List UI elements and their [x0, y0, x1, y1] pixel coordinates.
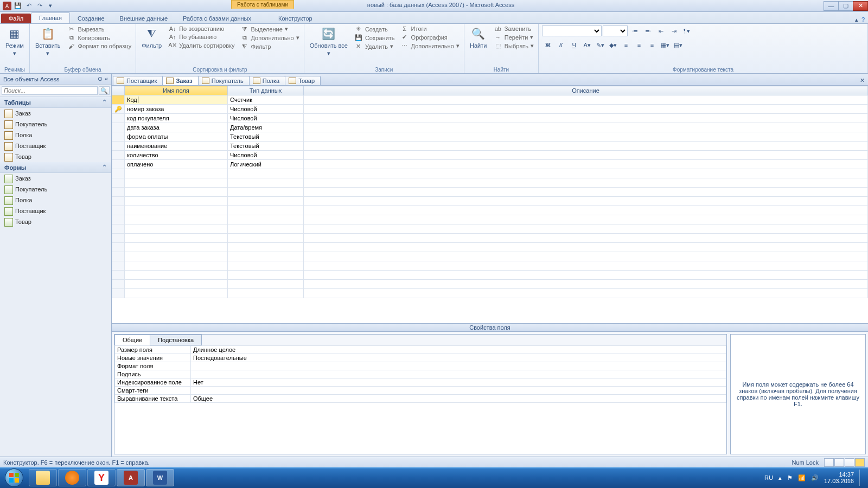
navpane-dropdown-icon[interactable]: ⊙	[98, 75, 103, 82]
numbering-icon[interactable]: ≕	[642, 25, 654, 37]
nav-form-item[interactable]: Покупатель	[0, 184, 111, 195]
more-records-button[interactable]: ⋯Дополнительно ▾	[399, 42, 461, 50]
field-type-cell[interactable]	[228, 178, 304, 188]
table-design-grid[interactable]: Имя поля Тип данных Описание КодСчетчик🔑…	[112, 86, 868, 323]
navpane-collapse-icon[interactable]: «	[105, 75, 108, 82]
toggle-filter-button[interactable]: ⧨Фильтр	[239, 42, 301, 50]
field-type-cell[interactable]	[228, 289, 304, 298]
search-input[interactable]	[2, 86, 98, 95]
navgroup-tables-header[interactable]: Таблицы⌃	[0, 97, 111, 108]
field-desc-cell[interactable]	[304, 289, 868, 298]
close-button[interactable]: ✕	[853, 1, 868, 11]
taskbar-access[interactable]: A	[117, 469, 145, 486]
row-selector[interactable]	[112, 188, 125, 197]
highlight-icon[interactable]: ✎▾	[594, 39, 606, 51]
field-name-cell[interactable]	[125, 197, 228, 206]
redo-icon[interactable]: ↷	[35, 1, 44, 11]
field-desc-cell[interactable]	[304, 178, 868, 188]
field-desc-cell[interactable]	[304, 114, 868, 123]
field-desc-cell[interactable]	[304, 224, 868, 234]
field-name-cell[interactable]: код покупателя	[125, 114, 228, 123]
sort-desc-button[interactable]: A↑По убыванию	[167, 33, 235, 41]
field-desc-cell[interactable]	[304, 280, 868, 289]
field-type-cell[interactable]	[228, 224, 304, 234]
font-name-select[interactable]	[542, 25, 602, 36]
datasheet-view-button[interactable]	[824, 458, 834, 467]
field-type-cell[interactable]: Текстовый	[228, 142, 304, 151]
field-name-cell[interactable]	[125, 224, 228, 234]
taskbar-yandex[interactable]: Y	[87, 469, 116, 486]
field-type-cell[interactable]: Числовой	[228, 105, 304, 114]
row-selector[interactable]	[112, 224, 125, 234]
save-icon[interactable]: 💾	[13, 1, 23, 11]
text-direction-icon[interactable]: ¶▾	[681, 25, 693, 37]
row-selector-header[interactable]	[112, 86, 125, 95]
field-name-cell[interactable]: оплачено	[125, 160, 228, 169]
field-desc-cell[interactable]	[304, 95, 868, 105]
field-type-cell[interactable]	[228, 169, 304, 178]
props-tab-general[interactable]: Общие	[114, 335, 150, 345]
file-tab[interactable]: Файл	[1, 14, 31, 23]
field-desc-cell[interactable]	[304, 188, 868, 197]
taskbar-word[interactable]: W	[146, 469, 174, 486]
field-type-cell[interactable]	[228, 215, 304, 224]
row-selector[interactable]	[112, 160, 125, 169]
qat-customize-icon[interactable]: ▾	[46, 1, 55, 11]
navgroup-forms-header[interactable]: Формы⌃	[0, 162, 111, 173]
field-name-cell[interactable]	[125, 215, 228, 224]
field-type-cell[interactable]	[228, 188, 304, 197]
decrease-indent-icon[interactable]: ⇤	[655, 25, 667, 37]
nav-table-item[interactable]: Поставщик	[0, 140, 111, 151]
field-type-cell[interactable]	[228, 261, 304, 271]
field-name-cell[interactable]	[125, 188, 228, 197]
search-icon[interactable]: 🔍	[99, 86, 110, 95]
row-selector[interactable]	[112, 95, 125, 105]
doc-tab[interactable]: Товар	[285, 76, 321, 85]
field-name-cell[interactable]	[125, 289, 228, 298]
tab-create[interactable]: Создание	[70, 14, 112, 23]
tray-chevron-icon[interactable]: ▴	[778, 474, 782, 481]
field-name-cell[interactable]	[125, 178, 228, 188]
row-selector[interactable]	[112, 280, 125, 289]
field-type-cell[interactable]	[228, 206, 304, 215]
row-selector[interactable]	[112, 123, 125, 132]
field-type-cell[interactable]: Числовой	[228, 151, 304, 160]
nav-form-item[interactable]: Заказ	[0, 173, 111, 184]
row-selector[interactable]	[112, 114, 125, 123]
nav-table-item[interactable]: Заказ	[0, 108, 111, 119]
delete-record-button[interactable]: ✕Удалить ▾	[353, 42, 396, 50]
align-right-icon[interactable]: ≡	[646, 39, 658, 51]
gridlines-icon[interactable]: ▦▾	[659, 39, 671, 51]
design-view-button[interactable]	[855, 458, 865, 467]
col-data-type[interactable]: Тип данных	[228, 86, 304, 95]
maximize-button[interactable]: ▢	[838, 1, 853, 11]
prop-value[interactable]	[191, 387, 726, 395]
field-desc-cell[interactable]	[304, 206, 868, 215]
field-name-cell[interactable]: номер заказа	[125, 105, 228, 114]
field-name-cell[interactable]	[125, 169, 228, 178]
refresh-all-button[interactable]: 🔄Обновить все▾	[308, 25, 350, 58]
row-selector[interactable]	[112, 132, 125, 142]
row-selector[interactable]	[112, 169, 125, 178]
tray-clock[interactable]: 14:3717.03.2016	[824, 471, 854, 484]
close-tab-icon[interactable]: ✕	[857, 76, 868, 85]
taskbar-media-player[interactable]	[58, 469, 86, 486]
undo-icon[interactable]: ↶	[24, 1, 34, 11]
row-selector[interactable]	[112, 206, 125, 215]
navpane-header[interactable]: Все объекты Access ⊙«	[0, 74, 111, 85]
fill-color-icon[interactable]: ◆▾	[607, 39, 619, 51]
field-name-cell[interactable]: количество	[125, 151, 228, 160]
field-type-cell[interactable]	[228, 271, 304, 280]
field-name-cell[interactable]: Код	[125, 95, 228, 105]
row-selector[interactable]: 🔑	[112, 105, 125, 114]
field-name-cell[interactable]	[125, 261, 228, 271]
nav-table-item[interactable]: Товар	[0, 151, 111, 162]
field-desc-cell[interactable]	[304, 142, 868, 151]
pivotchart-view-button[interactable]	[845, 458, 854, 467]
field-name-cell[interactable]	[125, 271, 228, 280]
row-selector[interactable]	[112, 243, 125, 252]
field-type-cell[interactable]: Дата/время	[228, 123, 304, 132]
copy-button[interactable]: ⧉Копировать	[66, 34, 133, 42]
field-name-cell[interactable]	[125, 280, 228, 289]
tab-design[interactable]: Конструктор	[271, 14, 320, 23]
